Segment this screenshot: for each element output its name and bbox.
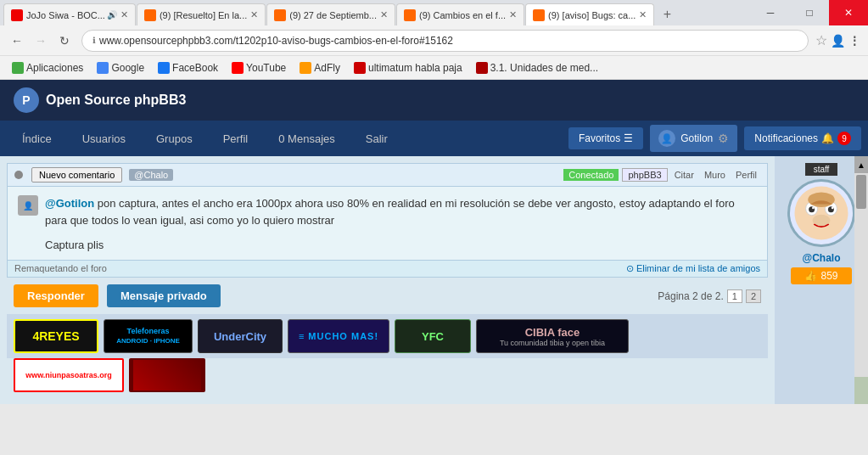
post-footer-left: Remaquetando el foro: [14, 263, 107, 274]
tab-5[interactable]: (9) [aviso] Bugs: ca... ✕: [525, 3, 654, 25]
tab-close-1[interactable]: ✕: [120, 9, 128, 20]
post-body: 👤 @Gotilon pon captura, antes el ancho e…: [7, 187, 768, 261]
scroll-up-button[interactable]: ▲: [854, 156, 868, 173]
extension-button[interactable]: 👤: [831, 34, 845, 48]
close-button[interactable]: ✕: [829, 0, 868, 25]
tab-4[interactable]: (9) Cambios en el f... ✕: [396, 3, 524, 25]
scrollbar[interactable]: ▲ ▲: [854, 156, 868, 404]
banner-undercity[interactable]: UnderCity: [198, 319, 283, 353]
page-1-button[interactable]: 1: [727, 289, 742, 303]
tab-close-2[interactable]: ✕: [250, 9, 258, 20]
favorites-button[interactable]: Favoritos ☰: [568, 127, 643, 149]
tab-favicon-3: [274, 9, 286, 21]
tab-favicon-2: [144, 9, 156, 21]
bookmark-aplicaciones[interactable]: Aplicaciones: [7, 60, 88, 76]
tab-audio-icon: 🔊: [107, 10, 117, 20]
nav-btn-group: Favoritos ☰ 👤 Gotilon ⚙ Notificaciones 🔔…: [568, 125, 861, 152]
tab-label-1: JoJo Siwa - BOC...: [26, 10, 105, 20]
bookmark-ultimatum[interactable]: ultimatum habla paja: [349, 60, 468, 76]
tab-close-5[interactable]: ✕: [639, 9, 647, 20]
banner-niunpaso[interactable]: www.niunpasoatras.org: [14, 358, 124, 392]
notifications-button[interactable]: Notificaciones 🔔 9: [744, 126, 861, 150]
citar-link[interactable]: Citar: [671, 169, 697, 181]
post-body-text: pon captura, antes el ancho era 1000px a…: [45, 197, 735, 227]
svg-point-5: [812, 207, 815, 210]
pagination-label: Página 2 de 2.: [658, 290, 723, 302]
bookmark-youtube[interactable]: YouTube: [227, 60, 291, 76]
banner-yfc[interactable]: YFC: [395, 319, 471, 353]
nav-grupos[interactable]: Grupos: [141, 121, 208, 156]
url-bar[interactable]: ℹ www.opensourcephpbb3.com/t1202p10-avis…: [81, 30, 809, 52]
new-comment-button[interactable]: Nuevo comentario: [31, 167, 122, 183]
banner-area-row2: www.niunpasoatras.org: [7, 358, 768, 397]
back-button[interactable]: ←: [7, 31, 27, 51]
tab-3[interactable]: (9) 27 de Septiemb... ✕: [266, 3, 395, 25]
bookmark-star-button[interactable]: ☆: [815, 32, 827, 48]
maximize-button[interactable]: □: [790, 0, 829, 25]
bookmark-adfly[interactable]: AdFly: [294, 60, 345, 76]
forward-button[interactable]: →: [31, 31, 51, 51]
bookmark-label-aplicaciones: Aplicaciones: [26, 62, 83, 74]
tab-1[interactable]: JoJo Siwa - BOC... 🔊 ✕: [3, 3, 136, 25]
banner-telefoneras[interactable]: Telefoneras ANDROID · iPHONE: [104, 319, 193, 353]
site-wrapper: P Open Source phpBB3 Índice Usuarios Gru…: [0, 80, 868, 156]
tab-2[interactable]: (9) [Resuelto] En la... ✕: [137, 3, 266, 25]
bookmark-google[interactable]: Google: [92, 60, 149, 76]
main-content: Nuevo comentario @Chalo Conectado phpBB3…: [0, 156, 775, 404]
scroll-thumb[interactable]: [856, 175, 866, 209]
bookmark-label-3-1: 3.1. Unidades de med...: [490, 62, 598, 74]
perfil-link[interactable]: Perfil: [732, 169, 760, 181]
tab-bar-wrapper: JoJo Siwa - BOC... 🔊 ✕ (9) [Resuelto] En…: [0, 0, 868, 25]
nav-usuarios[interactable]: Usuarios: [67, 121, 141, 156]
favorites-icon: ☰: [624, 132, 633, 144]
tab-close-4[interactable]: ✕: [509, 9, 517, 20]
lock-icon: ℹ: [92, 36, 96, 45]
page-2-button[interactable]: 2: [746, 289, 761, 303]
menu-button[interactable]: ⋮: [848, 34, 861, 48]
at-mention-tag[interactable]: @Chalo: [129, 169, 173, 181]
banner-red2[interactable]: [129, 358, 205, 392]
scroll-down-arrow[interactable]: ▲: [854, 377, 868, 404]
post-indicator: [14, 171, 23, 179]
favorites-label: Favoritos: [579, 132, 620, 144]
nav-buttons: ← → ↻: [7, 31, 75, 51]
tab-bar: JoJo Siwa - BOC... 🔊 ✕ (9) [Resuelto] En…: [0, 0, 868, 25]
responder-button[interactable]: Responder: [14, 284, 98, 307]
banner-4reyes[interactable]: 4REYES: [14, 319, 98, 353]
url-text: www.opensourcephpbb3.com/t1202p10-aviso-…: [99, 35, 453, 47]
svg-point-8: [808, 193, 835, 208]
username-label: Gotilon: [680, 132, 713, 144]
nav-salir[interactable]: Salir: [350, 121, 403, 156]
tab-label-3: (9) 27 de Septiemb...: [289, 10, 377, 20]
user-button[interactable]: 👤 Gotilon ⚙: [650, 125, 737, 152]
avatar: [787, 179, 855, 247]
post-captura: Captura plis: [45, 239, 757, 251]
post-footer-right[interactable]: ⊙ Eliminar de mi lista de amigos: [626, 263, 760, 274]
bookmark-3-1[interactable]: 3.1. Unidades de med...: [471, 60, 603, 76]
new-tab-button[interactable]: +: [655, 3, 679, 25]
bookmark-facebook[interactable]: FaceBook: [153, 60, 223, 76]
bookmark-icon-ultimatum: [354, 62, 366, 74]
banner-tibia[interactable]: CIBIA face Tu comunidad tibia y open tib…: [476, 319, 629, 353]
site-header: P Open Source phpBB3: [0, 80, 868, 121]
muro-link[interactable]: Muro: [701, 169, 729, 181]
post-avatar-small: 👤: [18, 195, 38, 216]
banner-mucho[interactable]: ≡ MUCHO MAS!: [288, 319, 389, 353]
sidebar-username[interactable]: @Chalo: [802, 252, 840, 264]
nav-indice[interactable]: Índice: [7, 121, 67, 156]
nav-mensajes[interactable]: 0 Mensajes: [263, 121, 350, 156]
banner-red2-img: [133, 360, 201, 390]
bell-icon: 🔔: [821, 132, 834, 144]
user-icon: 👤: [658, 130, 675, 147]
like-button[interactable]: 👍 859: [791, 267, 851, 284]
minimize-button[interactable]: ─: [751, 0, 790, 25]
refresh-button[interactable]: ↻: [54, 31, 75, 51]
mensaje-privado-button[interactable]: Mensaje privado: [107, 284, 221, 307]
tab-favicon-5: [533, 9, 545, 21]
site-nav: Índice Usuarios Grupos Perfil 0 Mensajes…: [0, 121, 868, 156]
like-count: 859: [820, 270, 837, 282]
tab-close-3[interactable]: ✕: [380, 9, 388, 20]
nav-perfil[interactable]: Perfil: [208, 121, 264, 156]
bookmark-icon-google: [97, 62, 109, 74]
gear-icon[interactable]: ⚙: [718, 132, 729, 145]
